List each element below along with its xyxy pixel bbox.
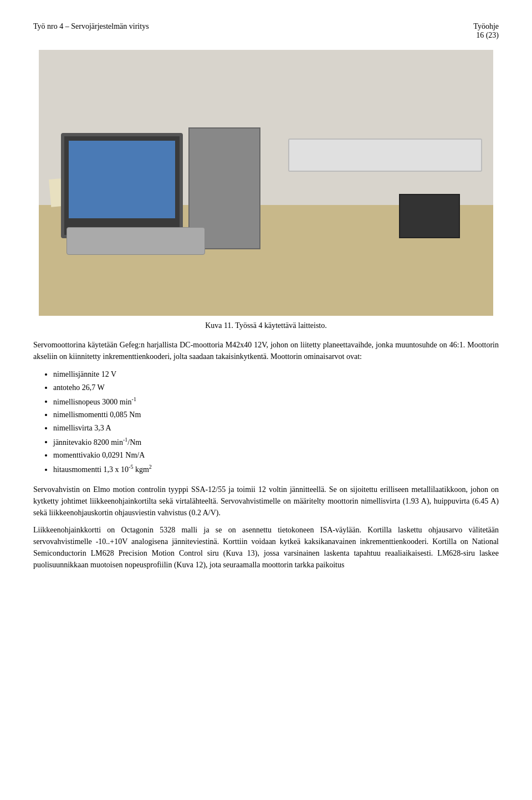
lab-photo (39, 50, 493, 316)
rail-system (288, 139, 482, 172)
paragraph-1: Servomoottorina käytetään Gefeg:n harjal… (33, 339, 499, 362)
keyboard-decor (66, 227, 205, 255)
image-container (33, 50, 499, 316)
monitor-decor (61, 133, 183, 238)
monitor-screen (69, 141, 175, 218)
bullet-item-3: nimellisnopeus 3000 min-1 (53, 394, 499, 408)
sup-3: -1 (132, 396, 136, 402)
device-box (399, 194, 460, 238)
paragraph-3: Liikkeenohjainkkortti on Octagonin 5328 … (33, 524, 499, 571)
bullet-item-8: hitausmomentti 1,3 x 10-5 kgm2 (53, 462, 499, 476)
page-header: Työ nro 4 – Servojärjestelmän viritys Ty… (33, 22, 499, 40)
header-line1: Työohje (473, 22, 499, 30)
header-title-right: Työohje 16 (23) (473, 22, 499, 40)
paragraph-2: Servovahvistin on Elmo motion controlin … (33, 484, 499, 519)
image-caption: Kuva 11. Työssä 4 käytettävä laitteisto. (33, 321, 499, 330)
bullet-item-4: nimellismomentti 0,085 Nm (53, 408, 499, 422)
bullet-item-7: momenttivakio 0,0291 Nm/A (53, 449, 499, 462)
header-title-left: Työ nro 4 – Servojärjestelmän viritys (33, 22, 149, 31)
bullet-item-5: nimellisvirta 3,3 A (53, 422, 499, 435)
bullet-item-2: antoteho 26,7 W (53, 381, 499, 394)
header-line2: 16 (23) (476, 31, 499, 39)
bullet-item-1: nimellisjännite 12 V (53, 368, 499, 381)
sup-8b: 2 (149, 464, 152, 470)
bullet-item-6: jännitevakio 8200 min-1/Nm (53, 435, 499, 449)
motor-specs-list: nimellisjännite 12 V antoteho 26,7 W nim… (33, 368, 499, 476)
